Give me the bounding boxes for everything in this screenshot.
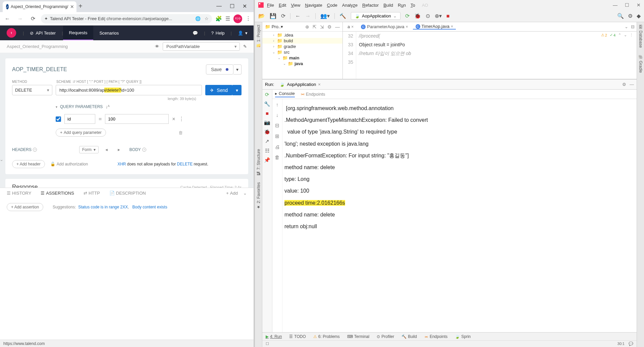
chrome-menu-icon[interactable]: ⋮	[246, 15, 251, 22]
jetbrains-icon[interactable]: ◆	[637, 13, 641, 19]
bottom-tab-profiler[interactable]: ⊙ Profiler	[377, 334, 394, 339]
run-icon[interactable]: ⟳	[405, 13, 410, 19]
user-switch-icon[interactable]: 👥▾	[320, 13, 330, 19]
reading-list-icon[interactable]: ☰	[225, 15, 230, 22]
close-tab-icon[interactable]: ✕	[70, 4, 74, 9]
send-dropdown[interactable]: ▾	[232, 85, 241, 95]
exit-icon[interactable]: ↗	[265, 138, 269, 144]
tab-description[interactable]: 📄 DESCRIPTION	[109, 191, 146, 196]
camera-icon[interactable]: 📷	[264, 119, 270, 126]
editor-tab-timer[interactable]: CTimerAop.java×	[413, 24, 456, 30]
tab-assertions[interactable]: ☰ ASSERTIONS	[41, 191, 74, 196]
back-icon[interactable]: ←	[3, 16, 12, 22]
forward-icon[interactable]: →	[15, 16, 25, 22]
open-icon[interactable]: 📂	[258, 13, 265, 19]
menu-tools[interactable]: To	[411, 3, 415, 8]
collapse-icon[interactable]: ▾	[56, 105, 57, 109]
editor-tab-parameter[interactable]: CParameterAop.java×	[358, 24, 411, 29]
project-dropdown[interactable]: 📁 Pro..▾	[265, 24, 283, 29]
menu-navigate[interactable]: Navigate	[305, 3, 322, 8]
notifications-icon[interactable]: 💬	[629, 342, 633, 346]
down-icon[interactable]: ↓	[276, 112, 279, 118]
add-header-button[interactable]: + Add header	[12, 160, 45, 168]
inspect-menu-icon[interactable]: ⋮	[630, 33, 633, 37]
save-icon[interactable]: 💾	[270, 13, 276, 19]
forward-icon[interactable]: →	[305, 13, 311, 19]
close-window-icon[interactable]: ✕	[637, 2, 641, 8]
minimize-icon[interactable]: —	[216, 3, 222, 9]
checks-badge[interactable]: ✓4	[610, 33, 615, 37]
editor-tab-hidden[interactable]: a×	[345, 24, 356, 29]
tree-item-java[interactable]: ⌄📁java	[262, 61, 342, 66]
request-select[interactable]: PostPathVariable	[163, 42, 240, 51]
inspect-down-icon[interactable]: ⌄	[624, 33, 627, 37]
close-window-icon[interactable]: ✕	[243, 3, 247, 9]
send-button[interactable]: ✈ Send	[205, 85, 232, 95]
wrap-icon[interactable]: ⊟	[275, 122, 279, 129]
edit-icon[interactable]: ✎	[243, 44, 247, 49]
bookmark-icon[interactable]: ☆	[205, 16, 209, 21]
coverage-icon[interactable]: ⊙	[426, 13, 430, 19]
pin-icon[interactable]: 📌	[264, 157, 270, 163]
param-checkbox[interactable]	[56, 116, 61, 122]
tree-item-idea[interactable]: ›📁.idea	[262, 32, 342, 38]
expand-icon[interactable]: ⇱	[313, 24, 317, 30]
hide-icon[interactable]: —	[630, 82, 634, 87]
tab-history[interactable]: ☰ HISTORY	[7, 191, 31, 196]
tab-requests[interactable]: Requests	[63, 26, 94, 40]
help-link[interactable]: ? Help	[205, 26, 231, 40]
bottom-tab-endpoints[interactable]: ⫘ Endpoints	[424, 334, 447, 339]
warnings-badge[interactable]: ⚠2	[601, 33, 607, 37]
endpoints-tab[interactable]: ⫘ Endpoints	[300, 92, 325, 97]
tabs-dropdown-icon[interactable]: ⌄	[625, 24, 628, 29]
menu-build[interactable]: Build	[383, 3, 393, 8]
run-tab-app[interactable]: 🍃 AopApplication ×	[277, 82, 323, 87]
collapse-icon[interactable]: ⇲	[320, 24, 324, 30]
bottom-tab-spring[interactable]: 🍃 Sprin	[455, 334, 471, 339]
tree-item-build[interactable]: ›📁build	[262, 38, 342, 44]
menu-analyze[interactable]: Analyze	[342, 3, 358, 8]
menu-run[interactable]: Run	[398, 3, 406, 8]
collapse-icon[interactable]: ⌄	[243, 191, 247, 196]
sidebar-tab-gradle[interactable]: 🐘 Gradle	[638, 54, 643, 73]
new-tab-button[interactable]: +	[78, 2, 83, 10]
tab-http[interactable]: ⇄ HTTP	[84, 191, 100, 196]
bug-icon[interactable]: 🐞	[264, 129, 270, 135]
profile-avatar[interactable]: 지수	[233, 14, 242, 23]
suggestion-link-1[interactable]: Status code is in range 2XX	[78, 205, 128, 209]
debug-icon[interactable]: 🐞	[414, 13, 421, 19]
browser-tab[interactable]: ✓ Aspect_Oriented_Programming/ ✕	[3, 1, 76, 12]
api-tester-link[interactable]: ⊘ API Tester	[24, 26, 62, 40]
print-icon[interactable]: 🖨	[275, 144, 280, 150]
back-icon[interactable]: ←	[295, 13, 301, 19]
reload-icon[interactable]: ⟳	[28, 15, 38, 22]
menu-edit[interactable]: Edit	[279, 3, 286, 8]
save-button[interactable]: Save	[206, 64, 233, 75]
console-output[interactable]: [org.springframework.web.method.annotati…	[282, 99, 637, 332]
rerun-icon[interactable]: ⟳	[265, 92, 269, 98]
tree-item-main[interactable]: ⌄📁main	[262, 55, 342, 61]
status-icon[interactable]: ☐	[266, 342, 269, 346]
gear-icon[interactable]: ⚙	[327, 24, 332, 30]
user-menu[interactable]: 👤 ▾	[232, 26, 254, 40]
inspect-up-icon[interactable]: ⌃	[618, 33, 621, 37]
param-key-input[interactable]	[64, 114, 95, 124]
trash-icon[interactable]: 🗑	[275, 154, 280, 160]
up-icon[interactable]: ↑	[276, 102, 279, 107]
help-icon[interactable]: ?	[33, 148, 37, 152]
stop-icon[interactable]: ■	[446, 13, 450, 19]
menu-file[interactable]: File	[267, 3, 274, 8]
extensions-icon[interactable]: 🧩	[215, 15, 222, 22]
collapse-right-icon[interactable]: ►	[117, 148, 121, 152]
build-icon[interactable]: 🔨	[339, 13, 346, 19]
target-icon[interactable]: ⊕	[305, 24, 309, 30]
left-expand-caret[interactable]: ›	[0, 158, 4, 163]
menu-view[interactable]: View	[291, 3, 300, 8]
save-dropdown[interactable]: ▾	[233, 64, 241, 75]
trash-icon[interactable]: 🗑	[178, 130, 183, 135]
sync-icon[interactable]: ⟳	[281, 13, 285, 19]
param-value-input[interactable]	[105, 114, 169, 124]
url-input[interactable]: http://localhost:8089/api/delete?id=100	[56, 85, 202, 95]
tree-item-src[interactable]: ⌄📁src	[262, 49, 342, 55]
close-icon[interactable]: ×	[318, 82, 321, 87]
